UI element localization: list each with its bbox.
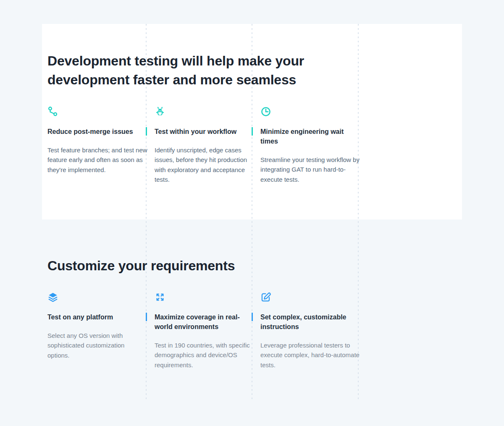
expand-icon	[155, 292, 255, 303]
feature-title-text: Set complex, customizable instructions	[260, 314, 346, 330]
feature-title: Set complex, customizable instructions	[260, 312, 351, 332]
layers-icon	[47, 292, 147, 303]
column-divider	[146, 24, 147, 401]
feature-description: Leverage professional testers to execute…	[260, 340, 360, 370]
feature-description: Select any OS version with sophisticated…	[47, 331, 147, 360]
section-heading: Customize your requirements	[47, 256, 337, 275]
feature-title: Test on any platform	[47, 312, 138, 322]
column-divider	[252, 24, 252, 401]
feature-title: Maximize coverage in real-world environm…	[155, 312, 245, 332]
feature-column: Test on any platform Select any OS versi…	[47, 292, 147, 360]
page: Development testing will help make your …	[0, 0, 504, 426]
feature-title-text: Maximize coverage in real-world environm…	[155, 314, 240, 330]
feature-column: Maximize coverage in real-world environm…	[155, 292, 255, 370]
feature-title-text: Test on any platform	[47, 314, 113, 321]
feature-column: Set complex, customizable instructions L…	[260, 292, 360, 370]
feature-description: Test in 190 countries, with specific dem…	[155, 340, 255, 370]
column-divider	[358, 24, 359, 401]
edit-icon	[260, 292, 360, 303]
